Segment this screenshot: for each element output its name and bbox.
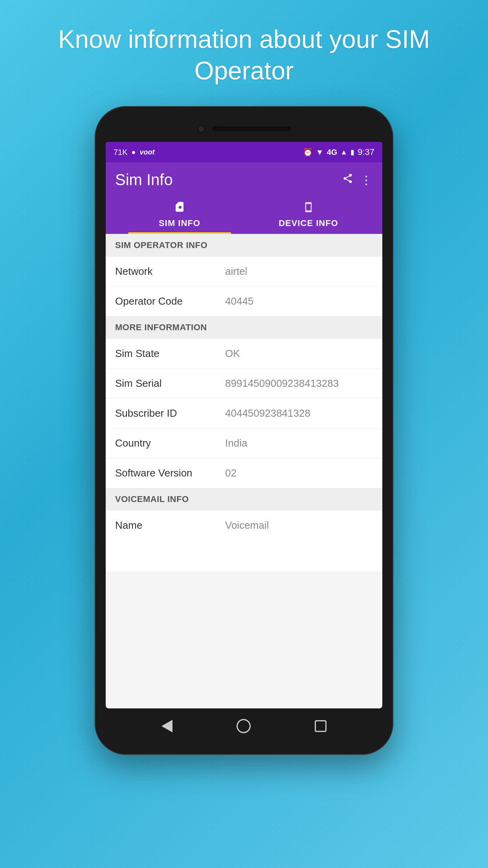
tab-sim-info-label: SIM INFO	[159, 218, 200, 228]
section-header-more-info: MORE INFORMATION	[106, 316, 382, 339]
whatsapp-icon: ●	[132, 148, 136, 156]
value-network: airtel	[225, 265, 247, 278]
row-operator-code: Operator Code 40445	[106, 287, 382, 316]
battery-icon: ▮	[350, 148, 354, 156]
phone-camera	[197, 125, 205, 133]
row-subscriber-id: Subscriber ID 404450923841328	[106, 399, 382, 428]
label-operator-code: Operator Code	[115, 295, 225, 307]
phone-speaker	[213, 127, 291, 131]
voot-icon: voot	[139, 148, 154, 156]
device-info-tab-icon	[303, 200, 314, 216]
app-bar: Sim Info ⋮	[106, 162, 382, 234]
label-country: Country	[115, 437, 225, 449]
phone-top	[106, 118, 382, 140]
phone-screen: 71K ● voot ⏰ ▼ 4G ▲ ▮ 9:37 Sim Info	[106, 142, 382, 708]
alarm-icon: ⏰	[303, 147, 313, 157]
section-header-voicemail: VOICEMAIL INFO	[106, 488, 382, 511]
label-software-version: Software Version	[115, 467, 225, 479]
label-sim-serial: Sim Serial	[115, 377, 225, 390]
more-info-table: Sim State OK Sim Serial 8991450900923841…	[106, 339, 382, 488]
value-sim-serial: 89914509009238413283	[225, 377, 339, 390]
phone-shell: 71K ● voot ⏰ ▼ 4G ▲ ▮ 9:37 Sim Info	[95, 106, 393, 755]
network-4g-label: 4G	[327, 148, 338, 157]
hero-title: Know information about your SIM Operator	[0, 24, 488, 86]
content-area: SIM OPERATOR INFO Network airtel Operato…	[106, 234, 382, 708]
value-subscriber-id: 404450923841328	[225, 407, 310, 419]
status-bar-right: ⏰ ▼ 4G ▲ ▮ 9:37	[303, 147, 374, 157]
label-sim-state: Sim State	[115, 348, 225, 360]
signal-icon: ▲	[340, 148, 347, 156]
value-sim-state: OK	[225, 348, 240, 360]
value-operator-code: 40445	[225, 295, 253, 307]
value-software-version: 02	[225, 467, 237, 479]
sim-info-tab-icon	[174, 200, 185, 216]
more-options-button[interactable]: ⋮	[360, 177, 373, 183]
sim-operator-table: Network airtel Operator Code 40445	[106, 257, 382, 316]
status-bar-left: 71K ● voot	[114, 148, 154, 157]
label-subscriber-id: Subscriber ID	[115, 407, 225, 419]
row-network: Network airtel	[106, 257, 382, 287]
home-button[interactable]	[237, 719, 251, 733]
status-time: 9:37	[358, 147, 374, 157]
tab-bar: SIM INFO DEVICE INFO	[115, 197, 373, 234]
bottom-spacer	[106, 540, 382, 572]
row-sim-serial: Sim Serial 89914509009238413283	[106, 369, 382, 399]
app-bar-top: Sim Info ⋮	[115, 171, 373, 189]
phone-mockup: 71K ● voot ⏰ ▼ 4G ▲ ▮ 9:37 Sim Info	[95, 106, 393, 755]
status-bar: 71K ● voot ⏰ ▼ 4G ▲ ▮ 9:37	[106, 142, 382, 162]
tab-device-info[interactable]: DEVICE INFO	[244, 197, 373, 234]
label-network: Network	[115, 265, 225, 278]
section-header-sim-operator: SIM OPERATOR INFO	[106, 234, 382, 257]
wifi-icon: ▼	[316, 148, 324, 157]
share-button[interactable]	[342, 173, 353, 187]
row-sim-state: Sim State OK	[106, 339, 382, 369]
app-bar-actions: ⋮	[342, 173, 373, 187]
app-title: Sim Info	[115, 171, 173, 189]
tab-device-info-label: DEVICE INFO	[279, 218, 338, 228]
tab-sim-info[interactable]: SIM INFO	[115, 197, 244, 234]
row-country: Country India	[106, 428, 382, 458]
recents-button[interactable]	[315, 720, 327, 732]
back-button[interactable]	[161, 720, 172, 732]
value-voicemail-name: Voicemail	[225, 519, 269, 531]
phone-bottom-nav	[106, 708, 382, 744]
row-software-version: Software Version 02	[106, 458, 382, 488]
row-voicemail-name: Name Voicemail	[106, 511, 382, 540]
status-notification-count: 71K	[114, 148, 128, 157]
voicemail-table: Name Voicemail	[106, 511, 382, 540]
value-country: India	[225, 437, 247, 449]
label-voicemail-name: Name	[115, 519, 225, 531]
